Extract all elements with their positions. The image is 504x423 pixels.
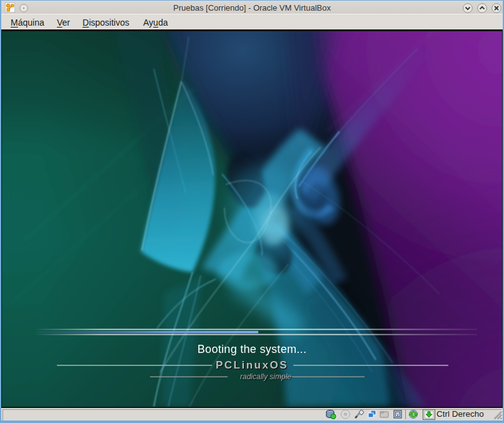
svg-text:V: V — [396, 412, 400, 417]
